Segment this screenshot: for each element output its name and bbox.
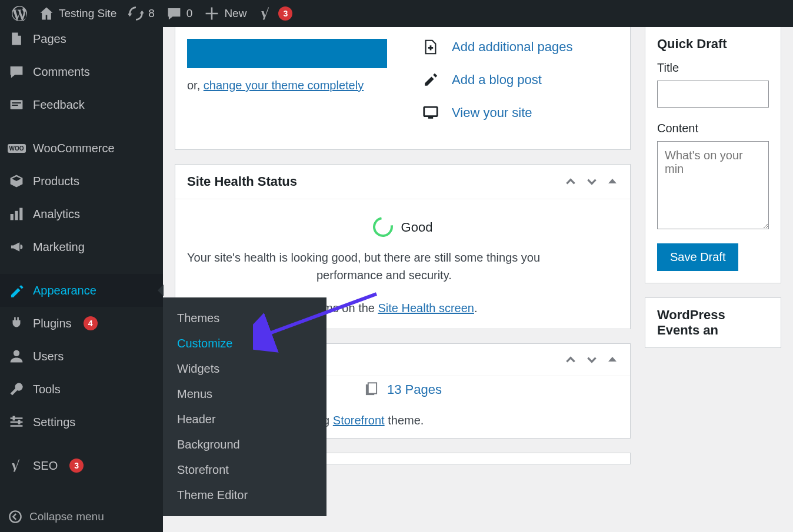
comment-icon [166,6,182,21]
sidebar-label: Plugins [33,317,72,330]
appearance-icon [8,282,25,299]
sidebar-item-plugins[interactable]: Plugins 4 [0,307,163,340]
new-label: New [224,7,246,20]
sidebar-item-users[interactable]: Users [0,340,163,373]
svg-rect-2 [12,105,18,106]
add-pages-link[interactable]: Add additional pages [422,39,618,55]
svg-point-6 [14,350,19,356]
comments-link[interactable]: 0 [161,0,199,27]
customize-button[interactable] [187,39,387,68]
submenu-menus[interactable]: Menus [163,382,326,407]
feedback-icon [8,96,25,113]
submenu-themes[interactable]: Themes [163,306,326,331]
quick-draft-title: Quick Draft [657,36,727,52]
chevron-up-icon[interactable] [564,175,577,188]
change-theme-link[interactable]: change your theme completely [204,79,364,92]
draft-content-textarea[interactable] [657,141,769,229]
sidebar-item-woocommerce[interactable]: WOO WooCommerce [0,132,163,165]
panel-controls [564,175,618,188]
submenu-storefront[interactable]: Storefront [163,457,326,483]
site-health-title: Site Health Status [187,174,297,189]
sidebar-label: Tools [33,383,61,396]
caret-up-icon[interactable] [607,353,618,365]
svg-point-12 [9,511,21,522]
view-site-link[interactable]: View your site [422,105,618,121]
pages-stack-icon [364,382,379,397]
chevron-up-icon[interactable] [564,353,577,366]
wp-logo[interactable] [6,0,33,27]
collapse-menu[interactable]: Collapse menu [0,501,112,532]
marketing-icon [8,239,25,255]
sidebar-label: Products [33,175,79,188]
chevron-down-icon[interactable] [585,175,598,188]
sidebar-item-comments[interactable]: Comments [0,55,163,88]
svg-rect-5 [19,208,22,220]
submenu-customize[interactable]: Customize [163,331,326,356]
draft-title-input[interactable] [657,81,769,108]
sidebar-item-products[interactable]: Products [0,165,163,198]
yoast-link[interactable]: 3 [252,0,298,27]
content-label: Content [657,122,769,135]
svg-rect-4 [15,211,18,220]
collapse-icon [8,510,22,524]
sidebar-item-seo[interactable]: SEO 3 [0,449,163,482]
home-icon [39,6,54,21]
svg-rect-7 [11,417,23,419]
sidebar-item-marketing[interactable]: Marketing [0,230,163,263]
sidebar-item-settings[interactable]: Settings [0,406,163,439]
add-page-icon [422,39,439,55]
svg-rect-3 [11,214,14,220]
sidebar-label: SEO [33,459,58,473]
analytics-icon [8,206,25,222]
updates-count: 8 [148,7,155,20]
admin-sidebar: Pages Comments Feedback WOO WooCommerce … [0,27,163,532]
or-change-line: or, change your theme completely [187,79,387,92]
sidebar-item-feedback[interactable]: Feedback [0,88,163,121]
chevron-down-icon[interactable] [585,353,598,366]
title-label: Title [657,61,769,75]
site-title: Testing Site [59,7,116,20]
svg-rect-1 [12,102,21,103]
submenu-theme-editor[interactable]: Theme Editor [163,483,326,508]
wordpress-icon [12,6,27,21]
comments-count: 0 [186,7,193,20]
appearance-submenu: Themes Customize Widgets Menus Header Ba… [163,297,326,516]
sidebar-label: WooCommerce [33,142,115,155]
health-description-2: performance and security. [187,266,618,284]
svg-rect-14 [428,117,433,119]
write-icon [422,72,439,88]
submenu-widgets[interactable]: Widgets [163,356,326,382]
submenu-header[interactable]: Header [163,407,326,432]
submenu-background[interactable]: Background [163,432,326,457]
admin-toolbar: Testing Site 8 0 New 3 [0,0,793,27]
monitor-icon [422,105,439,121]
woo-icon: WOO [8,140,25,156]
refresh-icon [128,6,144,21]
health-status-row: Good [187,211,618,249]
svg-rect-8 [11,421,23,423]
sidebar-item-tools[interactable]: Tools [0,373,163,406]
settings-icon [8,414,25,430]
plugins-icon [8,315,25,332]
svg-rect-16 [368,383,376,393]
yoast-icon [258,6,274,21]
sidebar-item-appearance[interactable]: Appearance [0,274,163,307]
seo-icon [8,457,25,474]
sidebar-label: Users [33,350,64,363]
sidebar-item-pages[interactable]: Pages [0,27,163,55]
updates-link[interactable]: 8 [122,0,161,27]
caret-up-icon[interactable] [607,175,618,187]
health-status-text: Good [401,218,433,237]
collapse-label: Collapse menu [29,510,104,523]
svg-rect-10 [13,416,15,421]
events-panel: WordPress Events an [645,297,781,348]
sidebar-label: Analytics [33,208,80,221]
add-blog-link[interactable]: Add a blog post [422,72,618,88]
new-content-link[interactable]: New [198,0,252,27]
save-draft-button[interactable]: Save Draft [657,243,738,271]
theme-link[interactable]: Storefront [333,414,385,427]
site-health-link[interactable]: Site Health screen [378,302,474,314]
site-link[interactable]: Testing Site [33,0,122,27]
svg-rect-11 [18,420,21,424]
sidebar-item-analytics[interactable]: Analytics [0,198,163,230]
